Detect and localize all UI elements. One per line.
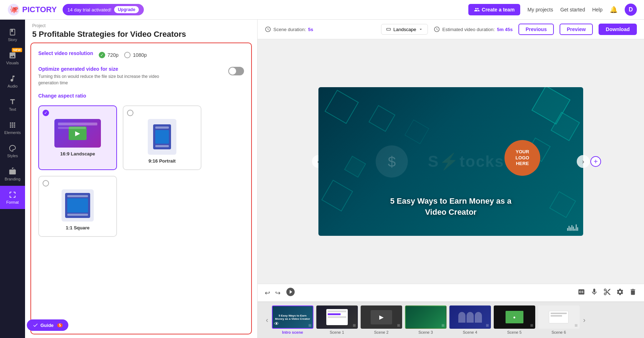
video-controls: ↩ ↪ xyxy=(258,284,644,302)
sidebar-item-label: Format xyxy=(6,200,19,204)
upgrade-button[interactable]: Upgrade xyxy=(114,6,139,13)
layers-icon-1: ⊞ xyxy=(353,323,356,327)
video-title-line1: 5 Easy Ways to Earn Money as a xyxy=(318,196,583,207)
mic-button[interactable] xyxy=(590,288,598,298)
content-area: Project 5 Profitable Strategies for Vide… xyxy=(25,20,644,338)
person3 xyxy=(475,312,482,323)
scissors-button[interactable] xyxy=(603,288,611,298)
settings-button[interactable] xyxy=(616,288,624,298)
get-started-link[interactable]: Get started xyxy=(560,7,585,13)
change-aspect-ratio-link[interactable]: Change aspect ratio xyxy=(38,93,86,99)
square-preview xyxy=(62,189,94,222)
book-icon xyxy=(9,28,16,36)
help-link[interactable]: Help xyxy=(592,7,602,13)
scene6-doc xyxy=(549,311,569,323)
captions-button[interactable] xyxy=(577,288,585,298)
delete-button[interactable] xyxy=(629,288,637,298)
scene-thumb-1[interactable]: ⊞ Scene 1 xyxy=(316,305,358,334)
video-next-arrow[interactable]: › xyxy=(577,155,590,168)
sidebar-item-story[interactable]: Story xyxy=(0,23,25,46)
square-radio-icon xyxy=(43,180,49,187)
layers-icon-intro: ⊞ xyxy=(308,323,311,327)
orientation-select[interactable]: Landscape xyxy=(381,24,428,35)
sidebar-item-branding[interactable]: Branding xyxy=(0,163,25,186)
filmstrip: ‹ 5 Easy Ways to Earn Money as a Video C… xyxy=(258,302,644,338)
logo: 🐙 PICTORY xyxy=(7,3,57,16)
notification-bell[interactable]: 🔔 xyxy=(610,6,618,14)
filmstrip-next-arrow[interactable]: › xyxy=(580,316,589,324)
layers-icon-4: ⊞ xyxy=(486,323,489,327)
undo-button[interactable]: ↩ xyxy=(265,289,270,297)
sidebar-item-label: Story xyxy=(8,38,17,42)
preview-button[interactable]: Preview xyxy=(560,24,593,35)
styles-icon xyxy=(9,144,16,152)
video-bg: $ S⚡tocks YOURLOGOHERE 5 Easy Ways to Ea… xyxy=(318,87,583,236)
ratio-card-landscape[interactable]: ✓ ▶ 16:9 Landscape xyxy=(38,105,117,170)
filmstrip-inner: ‹ 5 Easy Ways to Earn Money as a Video C… xyxy=(263,305,639,334)
scene4-content xyxy=(450,306,490,328)
waveform-bar xyxy=(576,224,577,231)
square-bar xyxy=(67,195,88,197)
waveform-bar xyxy=(567,228,568,231)
guide-button[interactable]: Guide 5 xyxy=(27,319,68,331)
portrait-blue-block xyxy=(155,130,169,144)
format-icon xyxy=(9,191,16,199)
mic-icon xyxy=(590,288,598,296)
portrait-bar2 xyxy=(155,145,169,147)
resolution-1080-option[interactable]: 1080p xyxy=(124,52,147,58)
controls-right xyxy=(577,288,637,298)
play-button[interactable] xyxy=(286,287,296,299)
ratio-card-portrait[interactable]: 9:16 Portrait xyxy=(123,105,201,170)
scene-thumb-6[interactable]: ⊞ Scene 6 xyxy=(537,305,580,334)
square-preview-container xyxy=(62,189,94,222)
scene-thumb-4[interactable]: ⊞ Scene 4 xyxy=(449,305,492,334)
captions-icon xyxy=(577,288,585,296)
sidebar-item-label: Audio xyxy=(8,84,18,88)
video-logo-placeholder: YOURLOGOHERE xyxy=(504,140,540,176)
ratio-card-square[interactable]: 1:1 Square xyxy=(38,176,117,237)
scene-thumb-2[interactable]: ▶ ⊞ Scene 2 xyxy=(360,305,403,334)
est-clock-icon xyxy=(434,26,440,33)
resolution-720-option[interactable]: ✓ 720p xyxy=(99,52,118,58)
optimize-toggle[interactable] xyxy=(228,67,244,75)
toolbar-left: Scene duration: 5s xyxy=(265,26,313,33)
landscape-preview-container: ▶ xyxy=(54,119,101,148)
estimated-duration: Estimated video duration: 5m 45s xyxy=(434,26,513,33)
sidebar-item-styles[interactable]: Styles xyxy=(0,139,25,163)
optimize-title[interactable]: Optimize generated video for size xyxy=(38,66,164,72)
previous-button[interactable]: Previous xyxy=(518,24,554,35)
resolution-1080-radio xyxy=(124,52,131,58)
resolution-1080-label: 1080p xyxy=(133,52,147,58)
filmstrip-prev-arrow[interactable]: ‹ xyxy=(263,316,271,324)
optimize-text: Optimize generated video for size Turnin… xyxy=(38,66,164,86)
change-ratio-section: Change aspect ratio xyxy=(38,93,244,99)
avatar[interactable]: D xyxy=(625,4,637,16)
download-button[interactable]: Download xyxy=(599,24,637,35)
sidebar-item-audio[interactable]: Audio xyxy=(0,70,25,93)
scene-thumb-3[interactable]: ⊞ Scene 3 xyxy=(404,305,447,334)
sidebar-item-text[interactable]: Text xyxy=(0,93,25,116)
create-team-button[interactable]: Create a team xyxy=(468,4,521,15)
sidebar-item-elements[interactable]: Elements xyxy=(0,116,25,139)
waveform-bar xyxy=(570,227,571,231)
scene-thumb-5[interactable]: ● ⊞ Scene 5 xyxy=(493,305,536,334)
add-scene-button[interactable]: + xyxy=(590,156,601,167)
redo-button[interactable]: ↪ xyxy=(275,289,280,297)
scene-thumb-intro[interactable]: 5 Easy Ways to Earn Money as a Video Cre… xyxy=(271,305,314,334)
scene1-label: Scene 1 xyxy=(330,330,344,334)
waveform-bar xyxy=(574,229,575,231)
chevron-down-icon xyxy=(418,27,423,32)
landscape-label: 16:9 Landscape xyxy=(60,151,95,156)
resolution-720-label: 720p xyxy=(107,52,118,58)
scene4-label: Scene 4 xyxy=(463,330,477,334)
thumb-img-2: ▶ ⊞ xyxy=(361,305,402,329)
sidebar-item-format[interactable]: Format xyxy=(0,186,25,209)
my-projects-link[interactable]: My projects xyxy=(527,7,553,13)
landscape-preview: ▶ xyxy=(54,119,101,148)
doc-line2 xyxy=(551,315,562,317)
video-title-line2: Video Creator xyxy=(318,207,583,218)
sidebar-item-visuals[interactable]: Visuals NEW xyxy=(0,46,25,70)
sidebar: Story Visuals NEW Audio Text Elements St… xyxy=(0,20,25,338)
resolution-label: Select video resolution xyxy=(38,50,93,56)
thumb-img-intro: 5 Easy Ways to Earn Money as a Video Cre… xyxy=(272,305,313,329)
